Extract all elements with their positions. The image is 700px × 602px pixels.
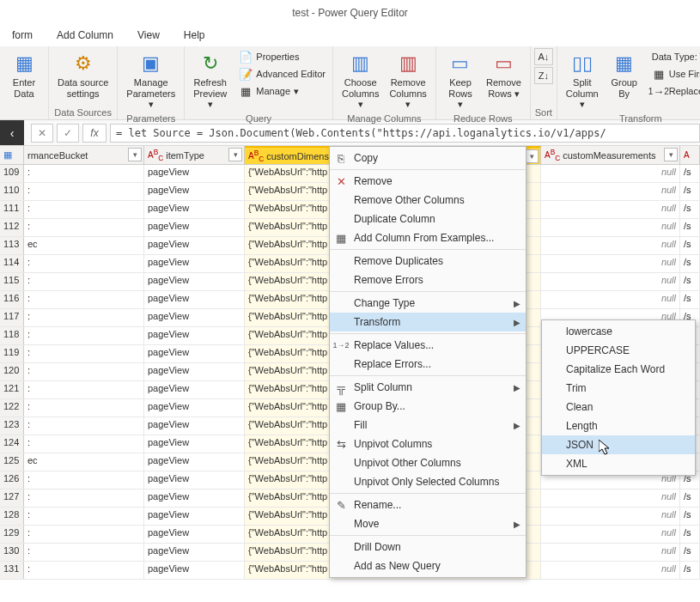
cell-next[interactable]: /s: [680, 237, 700, 254]
menu-copy[interactable]: ⎘Copy: [330, 149, 526, 167]
cell-performance-bucket[interactable]: :: [24, 399, 144, 417]
cell-next[interactable]: /s: [680, 526, 700, 543]
cancel-formula-button[interactable]: ✕: [31, 124, 53, 143]
row-number[interactable]: 119: [0, 345, 24, 362]
menu-add-as-new-query[interactable]: Add as New Query: [330, 556, 526, 575]
cell-item-type[interactable]: pageView: [144, 544, 245, 561]
row-number[interactable]: 130: [0, 544, 24, 561]
manage-button[interactable]: ▦Manage ▾: [235, 82, 329, 100]
submenu-xml[interactable]: XML: [542, 454, 695, 473]
menu-duplicate-column[interactable]: Duplicate Column: [330, 210, 526, 228]
menu-move[interactable]: Move▶: [330, 514, 526, 533]
filter-dropdown-icon[interactable]: ▾: [664, 148, 678, 161]
row-number[interactable]: 117: [0, 309, 24, 326]
cell-item-type[interactable]: pageView: [144, 291, 245, 308]
cell-performance-bucket[interactable]: :: [24, 165, 144, 182]
row-number[interactable]: 128: [0, 508, 24, 525]
row-number[interactable]: 123: [0, 417, 24, 435]
row-number[interactable]: 129: [0, 526, 24, 543]
replace-values-button[interactable]: 1→2Replace Va: [648, 82, 700, 100]
cell-performance-bucket[interactable]: :: [24, 508, 144, 525]
row-number[interactable]: 113: [0, 237, 24, 254]
cell-performance-bucket[interactable]: :: [24, 417, 144, 435]
submenu-uppercase[interactable]: UPPERCASE: [542, 341, 695, 360]
cell-performance-bucket[interactable]: :: [24, 327, 144, 344]
cell-performance-bucket[interactable]: :: [24, 345, 144, 362]
cell-custom-measurements[interactable]: null: [541, 562, 680, 579]
properties-button[interactable]: 📄Properties: [235, 48, 329, 65]
menu-remove-errors[interactable]: Remove Errors: [330, 271, 526, 289]
cell-custom-measurements[interactable]: null: [541, 219, 680, 236]
remove-columns-button[interactable]: ▥ Remove Columns ▾: [384, 48, 431, 112]
menu-replace-values[interactable]: 1→2Replace Values...: [330, 336, 526, 355]
cell-next[interactable]: /s: [680, 219, 700, 236]
cell-item-type[interactable]: pageView: [144, 526, 245, 543]
submenu-length[interactable]: Length: [542, 417, 695, 435]
menu-drill-down[interactable]: Drill Down: [330, 538, 526, 556]
cell-item-type[interactable]: pageView: [144, 562, 245, 579]
cell-custom-measurements[interactable]: null: [541, 526, 680, 543]
cell-custom-measurements[interactable]: null: [541, 508, 680, 525]
cell-performance-bucket[interactable]: :: [24, 309, 144, 326]
menu-change-type[interactable]: Change Type▶: [330, 294, 526, 313]
advanced-editor-button[interactable]: 📝Advanced Editor: [235, 65, 329, 82]
use-first-row-button[interactable]: ▦Use First: [648, 65, 700, 82]
row-number[interactable]: 131: [0, 562, 24, 579]
row-number[interactable]: 115: [0, 273, 24, 290]
cell-custom-measurements[interactable]: null: [541, 237, 680, 254]
row-number[interactable]: 125: [0, 453, 24, 471]
cell-performance-bucket[interactable]: :: [24, 219, 144, 236]
cell-item-type[interactable]: pageView: [144, 219, 245, 236]
cell-performance-bucket[interactable]: :: [24, 490, 144, 507]
cell-custom-measurements[interactable]: null: [541, 544, 680, 561]
cell-performance-bucket[interactable]: :: [24, 381, 144, 398]
row-number[interactable]: 124: [0, 435, 24, 453]
cell-next[interactable]: /s: [680, 255, 700, 272]
cell-item-type[interactable]: pageView: [144, 453, 245, 471]
cell-item-type[interactable]: pageView: [144, 237, 245, 254]
row-number[interactable]: 122: [0, 399, 24, 417]
cell-item-type[interactable]: pageView: [144, 273, 245, 290]
cell-item-type[interactable]: pageView: [144, 327, 245, 344]
row-number[interactable]: 120: [0, 363, 24, 380]
cell-performance-bucket[interactable]: :: [24, 544, 144, 561]
cell-custom-measurements[interactable]: null: [541, 490, 680, 507]
cell-next[interactable]: /s: [680, 291, 700, 308]
tab-view[interactable]: View: [125, 26, 172, 46]
menu-rename[interactable]: ✎Rename...: [330, 496, 526, 514]
data-source-settings-button[interactable]: ⚙ Data source settings: [52, 48, 113, 100]
cell-performance-bucket[interactable]: ec: [24, 237, 144, 254]
keep-rows-button[interactable]: ▭ Keep Rows ▾: [440, 48, 481, 112]
submenu-clean[interactable]: Clean: [542, 398, 695, 417]
cell-custom-measurements[interactable]: null: [541, 273, 680, 290]
row-number[interactable]: 126: [0, 471, 24, 489]
cell-item-type[interactable]: pageView: [144, 201, 245, 218]
enter-data-button[interactable]: ▦ Enter Data: [3, 48, 45, 100]
row-number[interactable]: 111: [0, 201, 24, 218]
cell-performance-bucket[interactable]: :: [24, 255, 144, 272]
row-number[interactable]: 118: [0, 327, 24, 344]
sort-desc-button[interactable]: Z↓: [534, 67, 553, 84]
menu-add-column-from-examples[interactable]: ▦Add Column From Examples...: [330, 228, 526, 247]
filter-dropdown-icon[interactable]: ▾: [128, 148, 142, 161]
menu-remove-duplicates[interactable]: Remove Duplicates: [330, 252, 526, 271]
cell-next[interactable]: /s: [680, 508, 700, 525]
menu-split-column[interactable]: ╦Split Column▶: [330, 378, 526, 397]
row-number[interactable]: 121: [0, 381, 24, 398]
cell-next[interactable]: /s: [680, 201, 700, 218]
cell-performance-bucket[interactable]: :: [24, 471, 144, 489]
cell-item-type[interactable]: pageView: [144, 435, 245, 453]
row-number[interactable]: 114: [0, 255, 24, 272]
submenu-json[interactable]: JSON: [542, 435, 695, 454]
cell-next[interactable]: /s: [680, 544, 700, 561]
row-number[interactable]: 127: [0, 490, 24, 507]
split-column-button[interactable]: ▯▯ Split Column ▾: [561, 48, 604, 112]
cell-item-type[interactable]: pageView: [144, 508, 245, 525]
col-header-next[interactable]: A: [680, 146, 700, 164]
cell-item-type[interactable]: pageView: [144, 363, 245, 380]
cell-performance-bucket[interactable]: :: [24, 183, 144, 200]
menu-fill[interactable]: Fill▶: [330, 416, 526, 435]
tab-add-column[interactable]: Add Column: [45, 26, 125, 46]
choose-columns-button[interactable]: ▥ Choose Columns ▾: [337, 48, 384, 112]
data-type-button[interactable]: Data Type: Te: [648, 48, 700, 65]
